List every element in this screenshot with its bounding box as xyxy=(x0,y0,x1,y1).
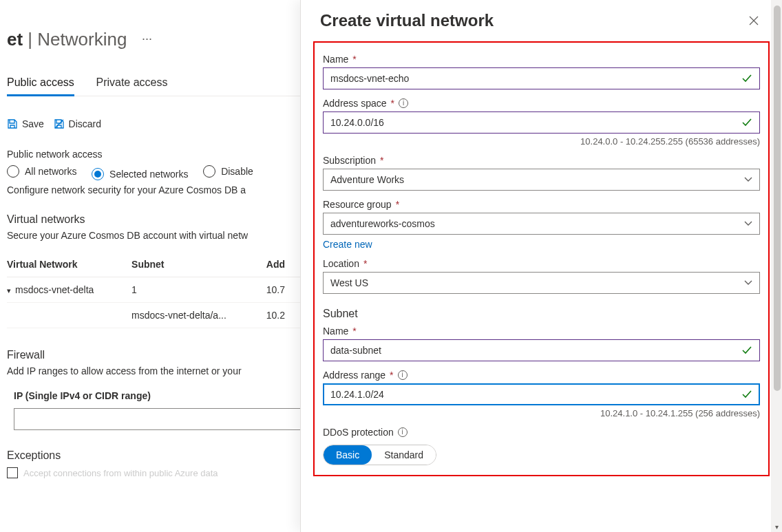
col-subnet[interactable]: Subnet xyxy=(131,252,266,277)
subnet-address-range-caption: 10.24.1.0 - 10.24.1.255 (256 addresses) xyxy=(323,408,760,418)
name-input[interactable]: msdocs-vnet-echo xyxy=(323,67,760,89)
resource-group-select[interactable]: adventureworks-cosmos xyxy=(323,213,760,235)
ddos-label: DDoS protection xyxy=(323,427,394,438)
virtual-networks-table: Virtual Network Subnet Add ▾msdocs-vnet-… xyxy=(7,252,303,328)
cell-addr: 10.7 xyxy=(266,277,303,303)
col-address[interactable]: Add xyxy=(266,252,303,277)
radio-selected-label: Selected networks xyxy=(109,169,188,180)
table-row[interactable]: msdocs-vnet-delta/a... 10.2 xyxy=(7,303,303,328)
radio-disable[interactable]: Disable xyxy=(203,165,253,178)
subscription-value: Adventure Works xyxy=(330,174,404,185)
tab-private-access[interactable]: Private access xyxy=(96,71,167,94)
create-new-link[interactable]: Create new xyxy=(323,239,372,250)
exceptions-text: Accept connections from within public Az… xyxy=(23,468,218,478)
col-virtual-network[interactable]: Virtual Network xyxy=(7,252,131,277)
address-space-input[interactable]: 10.24.0.0/16 xyxy=(323,111,760,134)
subscription-select[interactable]: Adventure Works xyxy=(323,169,760,191)
save-label: Save xyxy=(22,118,44,129)
table-row[interactable]: ▾msdocs-vnet-delta 1 10.7 xyxy=(7,277,303,303)
scrollbar[interactable]: ▾ xyxy=(771,0,782,532)
subnet-name-input[interactable]: data-subnet xyxy=(323,339,760,361)
ddos-toggle[interactable]: Basic Standard xyxy=(323,445,436,465)
check-icon xyxy=(741,117,752,128)
subnet-address-range-value: 10.24.1.0/24 xyxy=(330,389,384,400)
resource-group-value: adventureworks-cosmos xyxy=(330,218,435,229)
ddos-standard-option[interactable]: Standard xyxy=(372,445,436,465)
address-space-label: Address space xyxy=(323,98,387,109)
name-label: Name xyxy=(323,54,348,65)
chevron-down-icon xyxy=(744,220,752,228)
subnet-address-range-input[interactable]: 10.24.1.0/24 xyxy=(323,383,760,405)
chevron-down-icon xyxy=(744,279,752,287)
discard-label: Discard xyxy=(69,118,101,129)
exceptions-checkbox[interactable] xyxy=(7,467,18,478)
info-icon[interactable]: i xyxy=(398,427,408,437)
ddos-basic-option[interactable]: Basic xyxy=(324,445,372,465)
discard-button[interactable]: Discard xyxy=(54,116,108,132)
info-icon[interactable]: i xyxy=(399,98,408,108)
address-space-value: 10.24.0.0/16 xyxy=(330,117,384,128)
scrollbar-thumb[interactable] xyxy=(774,6,781,391)
cell-vnet: msdocs-vnet-delta xyxy=(15,284,94,295)
title-prefix: et xyxy=(7,29,23,50)
check-icon xyxy=(741,73,752,84)
check-icon xyxy=(741,389,752,400)
chevron-down-icon[interactable]: ▾ xyxy=(7,286,11,295)
title-sep: | xyxy=(23,29,37,50)
cell-addr: 10.2 xyxy=(266,303,303,328)
close-icon[interactable] xyxy=(745,12,763,30)
location-label: Location xyxy=(323,258,359,269)
cell-subnet: 1 xyxy=(131,277,266,303)
radio-selected-networks[interactable]: Selected networks xyxy=(92,168,188,180)
cell-subnet: msdocs-vnet-delta/a... xyxy=(131,303,266,328)
save-icon xyxy=(7,118,18,129)
more-icon[interactable]: ··· xyxy=(142,32,152,46)
subnet-name-label: Name xyxy=(323,326,348,337)
check-icon xyxy=(741,345,752,356)
location-value: West US xyxy=(330,277,368,288)
location-select[interactable]: West US xyxy=(323,272,760,294)
ip-range-input[interactable] xyxy=(14,408,303,430)
radio-disable-label: Disable xyxy=(221,166,253,177)
resource-group-label: Resource group xyxy=(323,199,392,210)
flyout-title: Create virtual network xyxy=(320,11,494,30)
title-page: Networking xyxy=(37,29,127,50)
subnet-name-value: data-subnet xyxy=(330,345,381,356)
info-icon[interactable]: i xyxy=(398,370,408,380)
subnet-section-title: Subnet xyxy=(323,308,760,320)
radio-all-networks[interactable]: All networks xyxy=(7,165,76,178)
discard-icon xyxy=(54,118,65,129)
create-vnet-flyout: ▾ Create virtual network Name * msdocs-v… xyxy=(300,0,782,532)
radio-all-label: All networks xyxy=(25,166,76,177)
scroll-down-icon[interactable]: ▾ xyxy=(771,521,782,532)
highlighted-form-region: Name * msdocs-vnet-echo Address space * … xyxy=(313,41,770,476)
tab-public-access[interactable]: Public access xyxy=(7,71,74,96)
name-value: msdocs-vnet-echo xyxy=(330,73,409,84)
address-space-caption: 10.24.0.0 - 10.24.255.255 (65536 address… xyxy=(323,136,760,147)
save-button[interactable]: Save xyxy=(7,116,51,132)
chevron-down-icon xyxy=(744,175,752,184)
subnet-address-range-label: Address range xyxy=(323,370,385,381)
subscription-label: Subscription xyxy=(323,155,376,166)
